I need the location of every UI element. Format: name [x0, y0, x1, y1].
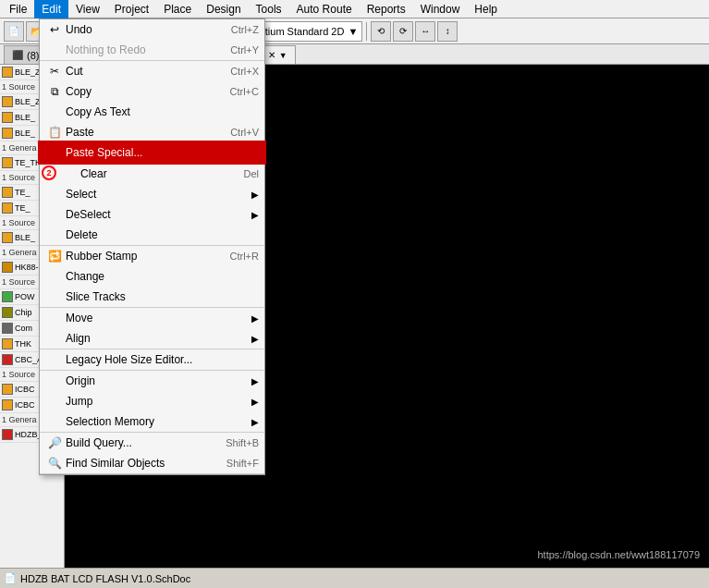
- menu-project[interactable]: Project: [107, 0, 156, 18]
- copy-shortcut: Ctrl+C: [230, 86, 259, 97]
- menu-help[interactable]: Help: [467, 0, 505, 18]
- find-similar-shortcut: Shift+F: [226, 458, 259, 469]
- item-color: [2, 307, 13, 318]
- menu-redo[interactable]: Nothing to Redo Ctrl+Y: [40, 40, 264, 60]
- menu-build-query-label: Build Query...: [64, 436, 226, 449]
- menu-select-label: Select: [64, 188, 251, 201]
- item-color: [2, 96, 13, 107]
- menu-place[interactable]: Place: [156, 0, 199, 18]
- badge-2: 2: [42, 165, 56, 180]
- cut-shortcut: Ctrl+X: [230, 66, 259, 77]
- menu-selection-memory-label: Selection Memory: [64, 415, 251, 428]
- cut-icon: ✂: [45, 65, 64, 78]
- menu-file[interactable]: File: [2, 0, 34, 18]
- rubber-stamp-icon: 🔁: [45, 250, 64, 263]
- build-query-icon: 🔎: [45, 436, 64, 449]
- tb-btn-new[interactable]: 📄: [4, 21, 24, 42]
- menu-deselect[interactable]: DeSelect ▶: [40, 204, 264, 225]
- menu-section-undo: ↩ Undo Ctrl+Z Nothing to Redo Ctrl+Y: [40, 19, 264, 61]
- move-arrow-icon: ▶: [251, 313, 259, 324]
- menu-find-similar[interactable]: 🔍 Find Similar Objects Shift+F: [40, 453, 264, 473]
- menu-window[interactable]: Window: [413, 0, 468, 18]
- origin-arrow-icon: ▶: [251, 376, 259, 386]
- item-color: [2, 429, 13, 440]
- menu-section-clipboard: ✂ Cut Ctrl+X ⧉ Copy Ctrl+C Copy As Text …: [40, 61, 264, 164]
- tb-btn-a1[interactable]: ⟲: [371, 21, 391, 42]
- menu-rubber-stamp-label: Rubber Stamp: [64, 250, 230, 263]
- menu-view[interactable]: View: [68, 0, 107, 18]
- item-color: [2, 291, 13, 302]
- tb-btn-a2[interactable]: ⟳: [393, 21, 413, 42]
- menu-autoroute[interactable]: Auto Route: [289, 0, 360, 18]
- menu-cut[interactable]: ✂ Cut Ctrl+X: [40, 61, 264, 81]
- tb-view-dropdown[interactable]: Altium Standard 2D ▼: [251, 21, 362, 42]
- tb-btn-a3[interactable]: ↔: [415, 21, 435, 42]
- menu-section-query: 🔎 Build Query... Shift+B 🔍 Find Similar …: [40, 433, 264, 474]
- menu-slice-label: Slice Tracks: [64, 290, 259, 303]
- item-color: [2, 354, 13, 365]
- tab-dropdown-icon2[interactable]: ▼: [279, 51, 287, 60]
- menu-jump[interactable]: Jump ▶: [40, 391, 264, 411]
- menu-legacy-hole[interactable]: Legacy Hole Size Editor...: [40, 349, 264, 370]
- menu-change[interactable]: Change: [40, 266, 264, 287]
- item-color: [2, 112, 13, 123]
- item-color: [2, 384, 13, 395]
- menu-paste-special[interactable]: Paste Special...: [40, 142, 264, 163]
- tb-sep-5: [366, 22, 367, 41]
- menu-copy-as-text[interactable]: Copy As Text: [40, 102, 264, 122]
- menu-select[interactable]: Select ▶: [40, 184, 264, 204]
- menu-copy-label: Copy: [64, 85, 230, 98]
- menu-cut-label: Cut: [64, 65, 230, 78]
- url-watermark: https://blog.csdn.net/wwt188117079: [537, 549, 700, 560]
- menu-tools[interactable]: Tools: [249, 0, 289, 18]
- edit-menu[interactable]: ↩ Undo Ctrl+Z Nothing to Redo Ctrl+Y ✂ C…: [39, 18, 265, 475]
- item-color: [2, 338, 13, 349]
- menu-edit[interactable]: Edit: [34, 0, 68, 18]
- item-color: [2, 262, 13, 273]
- menu-delete[interactable]: Delete: [40, 225, 264, 245]
- menu-copy[interactable]: ⧉ Copy Ctrl+C: [40, 81, 264, 102]
- menu-origin[interactable]: Origin ▶: [40, 371, 264, 391]
- item-color: [2, 187, 13, 198]
- build-query-shortcut: Shift+B: [226, 437, 259, 448]
- menu-rubber-stamp[interactable]: 🔁 Rubber Stamp Ctrl+R: [40, 246, 264, 266]
- menu-origin-label: Origin: [64, 374, 251, 387]
- schematic-icon: ⬛: [12, 50, 23, 60]
- menu-design[interactable]: Design: [199, 0, 248, 18]
- menu-align-label: Align: [64, 332, 251, 345]
- menu-paste-label: Paste: [64, 126, 230, 139]
- menu-align[interactable]: Align ▶: [40, 328, 264, 349]
- menu-section-move: Move ▶ Align ▶: [40, 308, 264, 349]
- item-color: [2, 202, 13, 214]
- paste-shortcut: Ctrl+V: [230, 127, 259, 138]
- menu-clear[interactable]: 2 Clear Del: [40, 164, 264, 184]
- undo-shortcut: Ctrl+Z: [231, 24, 259, 35]
- deselect-arrow-icon: ▶: [251, 210, 259, 220]
- menu-reports[interactable]: Reports: [360, 0, 413, 18]
- menu-clear-label: Clear: [79, 167, 243, 180]
- item-color: [2, 232, 13, 243]
- menu-paste[interactable]: 📋 Paste Ctrl+V: [40, 122, 264, 142]
- rubber-stamp-shortcut: Ctrl+R: [230, 251, 259, 262]
- menu-deselect-label: DeSelect: [64, 208, 251, 221]
- find-similar-icon: 🔍: [45, 457, 64, 470]
- paste-icon: 📋: [45, 126, 64, 139]
- menu-undo[interactable]: ↩ Undo Ctrl+Z: [40, 19, 264, 40]
- copy-icon: ⧉: [45, 85, 64, 98]
- menu-copy-text-label: Copy As Text: [64, 105, 259, 118]
- menu-legacy-label: Legacy Hole Size Editor...: [64, 353, 259, 366]
- menu-section-origin: Origin ▶ Jump ▶ Selection Memory ▶: [40, 371, 264, 433]
- tab-close-btn[interactable]: ✕: [268, 50, 275, 60]
- status-bar: 📄 HDZB BAT LCD FLASH V1.0.SchDoc: [0, 568, 709, 588]
- tb-btn-a4[interactable]: ↕: [437, 21, 458, 42]
- menu-build-query[interactable]: 🔎 Build Query... Shift+B: [40, 433, 264, 453]
- select-arrow-icon: ▶: [251, 190, 259, 200]
- menu-move[interactable]: Move ▶: [40, 308, 264, 328]
- menu-selection-memory[interactable]: Selection Memory ▶: [40, 411, 264, 432]
- menu-undo-label: Undo: [64, 23, 231, 36]
- redo-shortcut: Ctrl+Y: [230, 44, 259, 55]
- clear-shortcut: Del: [243, 168, 259, 179]
- menu-find-similar-label: Find Similar Objects: [64, 457, 226, 470]
- menu-slice-tracks[interactable]: Slice Tracks: [40, 287, 264, 307]
- item-color: [2, 128, 13, 139]
